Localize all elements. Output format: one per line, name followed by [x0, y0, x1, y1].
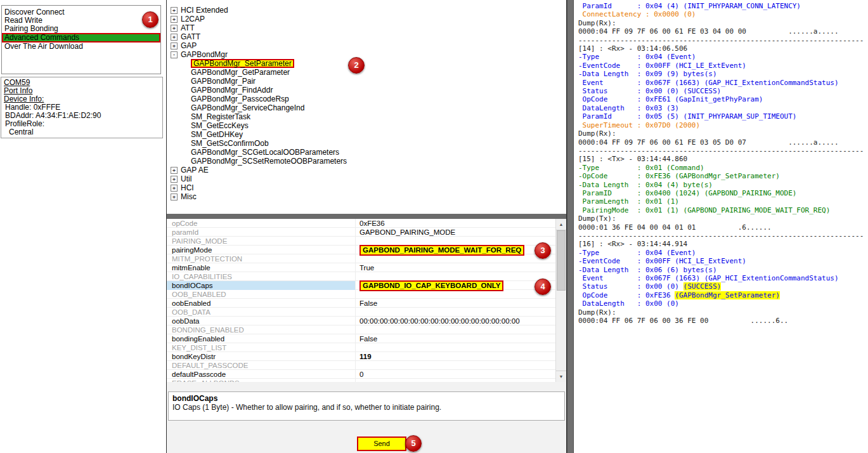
prop-name[interactable]: bondingEnabled — [167, 334, 356, 343]
send-command-button[interactable]: Send Command — [357, 437, 406, 451]
tree-item-hci-extended[interactable]: +HCI Extended — [167, 6, 566, 15]
tree-item-sm-getecckeys[interactable]: SM_GetEccKeys — [167, 121, 566, 130]
prop-name[interactable]: DEFAULT_PASSCODE — [167, 361, 356, 370]
prop-value[interactable]: True — [356, 263, 555, 273]
expand-icon[interactable]: + — [171, 194, 178, 200]
log-line: Status : 0x00 (0) (SUCCESS) — [578, 282, 868, 291]
tree-item-misc[interactable]: +Misc — [167, 192, 566, 201]
expand-icon[interactable]: + — [171, 7, 178, 14]
prop-name[interactable]: oobEnabled — [167, 299, 356, 308]
log-line: Event : 0x067F (1663) (GAP_HCI_Extention… — [578, 79, 868, 87]
prop-name[interactable]: OOB_ENABLED — [167, 290, 356, 299]
tree-item-hci[interactable]: +HCI — [167, 183, 566, 192]
expand-icon[interactable]: + — [171, 43, 178, 49]
highlighted-value[interactable]: GAPBOND_PAIRING_MODE_WAIT_FOR_REQ — [360, 245, 524, 256]
tree-item-gapbondmgr[interactable]: -GAPBondMgr — [167, 50, 566, 59]
prop-value[interactable]: GAPBOND_PAIRING_MODE_WAIT_FOR_REQ — [356, 246, 555, 255]
tree-item-label: L2CAP — [181, 15, 205, 23]
prop-name[interactable]: PAIRING_MODE — [167, 237, 356, 246]
scroll-up-icon[interactable]: ▲ — [556, 219, 566, 230]
prop-row-pairing-mode: PAIRING_MODE — [167, 237, 555, 246]
prop-name[interactable]: ERASE_ALLBONDS — [167, 379, 356, 382]
log-panel[interactable]: ParamId : 0x04 (4) (INIT_PHYPARAM_CONN_L… — [574, 0, 868, 453]
vertical-splitter[interactable] — [567, 0, 574, 453]
tree-item-gap[interactable]: +GAP — [167, 41, 566, 50]
tree-item-sm-getscconfirmoob[interactable]: SM_GetScConfirmOob — [167, 139, 566, 148]
prop-name[interactable]: KEY_DIST_LIST — [167, 343, 356, 352]
horizontal-splitter[interactable] — [167, 214, 566, 219]
tree-item-label: HCI Extended — [181, 6, 228, 15]
prop-name[interactable]: bondIOCaps — [167, 281, 356, 290]
nav-item-pairing-bonding[interactable]: Pairing Bonding — [2, 25, 160, 33]
prop-name[interactable]: defaultPasscode — [167, 370, 356, 379]
highlighted-value[interactable]: GAPBOND_IO_CAP_KEYBOARD_ONLY — [360, 280, 503, 291]
prop-name[interactable]: OOB_DATA — [167, 308, 356, 317]
prop-name[interactable]: bondKeyDistr — [167, 352, 356, 361]
log-line: -Data Length : 0x06 (6) bytes(s) — [578, 266, 868, 274]
tree-item-gapbondmgr-getparameter[interactable]: GAPBondMgr_GetParameter — [167, 68, 566, 77]
tree-item-label: GAPBondMgr_SetParameter — [191, 59, 294, 68]
prop-row-oob-enabled: OOB_ENABLED — [167, 290, 555, 299]
tree-item-gapbondmgr-findaddr[interactable]: GAPBondMgr_FindAddr — [167, 86, 566, 95]
tree-item-att[interactable]: +ATT — [167, 23, 566, 32]
scroll-down-icon[interactable]: ▼ — [556, 371, 566, 382]
prop-value[interactable]: 119 — [356, 352, 555, 362]
prop-value — [356, 343, 555, 353]
log-line: [14] : <Rx> - 03:14:06.506 — [578, 44, 868, 53]
tree-item-gapbondmgr-setparameter[interactable]: GAPBondMgr_SetParameter — [167, 59, 566, 68]
tree-item-gapbondmgr-servicechangeind[interactable]: GAPBondMgr_ServiceChangeInd — [167, 103, 566, 112]
log-line: [15] : <Tx> - 03:14:44.860 — [578, 155, 868, 163]
expand-icon[interactable]: + — [171, 25, 178, 32]
tree-item-util[interactable]: +Util — [167, 174, 566, 183]
tree-item-l2cap[interactable]: +L2CAP — [167, 15, 566, 23]
prop-name[interactable]: BONDING_ENABLED — [167, 325, 356, 334]
log-line: ParamID : 0x0400 (1024) (GAPBOND_PAIRING… — [578, 189, 868, 197]
scrollbar-thumb[interactable] — [557, 230, 566, 291]
tree-item-gap-ae[interactable]: +GAP AE — [167, 166, 566, 174]
log-line: -Data Length : 0x09 (9) bytes(s) — [578, 70, 868, 78]
prop-name[interactable]: paramId — [167, 228, 356, 237]
expand-icon[interactable]: + — [171, 185, 178, 192]
prop-value[interactable]: False — [356, 334, 555, 344]
annotation-badge-3: 3 — [534, 242, 551, 259]
prop-row-defaultpasscode: defaultPasscode0 — [167, 370, 555, 379]
collapse-icon[interactable]: - — [171, 51, 178, 58]
tree-item-gapbondmgr-pair[interactable]: GAPBondMgr_Pair — [167, 77, 566, 86]
prop-value[interactable]: GAPBOND_PAIRING_MODE — [356, 228, 555, 237]
log-line: -EventCode : 0x00FF (HCI_LE_ExtEvent) — [578, 257, 868, 265]
log-line: Dump(Rx): — [578, 308, 868, 317]
command-tree[interactable]: +HCI Extended+L2CAP+ATT+GATT+GAP-GAPBond… — [167, 0, 566, 214]
tree-item-gatt[interactable]: +GATT — [167, 32, 566, 41]
expand-icon[interactable]: + — [171, 16, 178, 23]
prop-value[interactable]: False — [356, 299, 555, 308]
prop-row-default-passcode: DEFAULT_PASSCODE — [167, 361, 555, 370]
tree-item-gapbondmgr-passcodersp[interactable]: GAPBondMgr_PasscodeRsp — [167, 95, 566, 103]
log-line: Dump(Rx): — [578, 19, 868, 27]
command-category-list[interactable]: Discover ConnectRead WritePairing Bondin… — [1, 5, 161, 74]
prop-name[interactable]: MITM_PROTECTION — [167, 254, 356, 263]
tree-item-sm-getdhkey[interactable]: SM_GetDHKey — [167, 130, 566, 139]
tree-item-gapbondmgr-scgetlocaloobparameters[interactable]: GAPBondMgr_SCGetLocalOOBParameters — [167, 148, 566, 157]
parameter-grid-scrollbar[interactable]: ▲ ▼ — [555, 219, 566, 382]
tree-item-label: SM_RegisterTask — [191, 112, 250, 121]
prop-name[interactable]: opCode — [167, 219, 356, 228]
log-line: [16] : <Rx> - 03:14:44.914 — [578, 240, 868, 248]
nav-item-advanced-commands[interactable]: Advanced Commands — [2, 33, 160, 43]
tree-item-gapbondmgr-scsetremoteoobparameters[interactable]: GAPBondMgr_SCSetRemoteOOBParameters — [167, 157, 566, 166]
tree-item-label: Util — [181, 174, 191, 183]
prop-name[interactable]: pairingMode — [167, 246, 356, 254]
prop-name[interactable]: oobData — [167, 317, 356, 325]
tree-item-label: HCI — [181, 183, 194, 192]
expand-icon[interactable]: + — [171, 34, 178, 41]
prop-value[interactable]: 0xFE36 — [356, 219, 555, 228]
tree-item-sm-registertask[interactable]: SM_RegisterTask — [167, 112, 566, 121]
prop-value[interactable]: GAPBOND_IO_CAP_KEYBOARD_ONLY — [356, 281, 555, 291]
prop-value[interactable]: 0 — [356, 370, 555, 379]
prop-name[interactable]: IO_CAPABILITIES — [167, 272, 356, 281]
nav-item-over-the-air-download[interactable]: Over The Air Download — [2, 43, 160, 51]
expand-icon[interactable]: + — [171, 176, 178, 183]
prop-name[interactable]: mitmEnable — [167, 263, 356, 272]
expand-icon[interactable]: + — [171, 167, 178, 174]
prop-value[interactable]: 00:00:00:00:00:00:00:00:00:00:00:00:00:0… — [356, 317, 555, 326]
prop-row-oob-data: OOB_DATA — [167, 308, 555, 317]
